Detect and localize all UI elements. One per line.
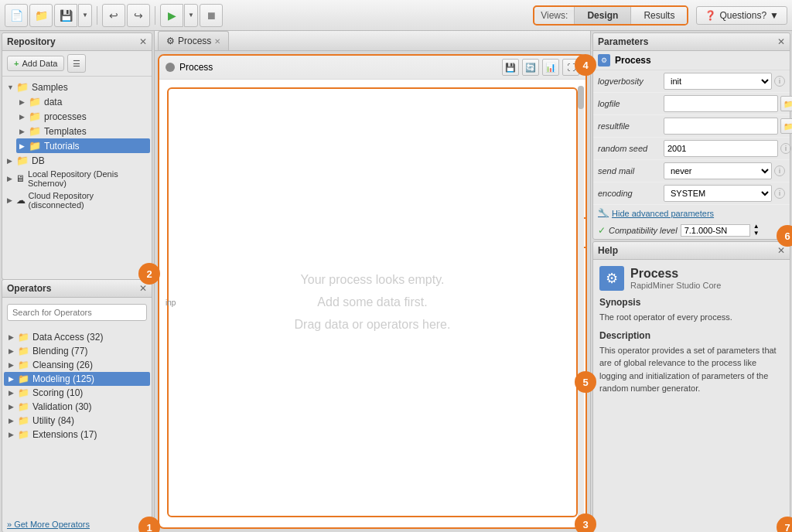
logfile-browse-button[interactable]: 📁	[780, 96, 792, 111]
compat-input[interactable]	[681, 224, 750, 237]
utility-arrow: ▶	[9, 417, 18, 425]
parameters-panel: Parameters ✕ ⚙ Process logverbosity init…	[592, 32, 790, 240]
op-item-cleansing[interactable]: ▶ 📁 Cleansing (26)	[4, 358, 150, 372]
processes-arrow: ▶	[19, 113, 29, 121]
canvas-expand-btn[interactable]: ⛶	[562, 59, 579, 76]
add-data-button[interactable]: + Add Data	[7, 56, 64, 71]
tree-item-data[interactable]: ▶ 📁 data	[16, 94, 150, 109]
tree-item-samples[interactable]: ▼ 📁 Samples	[4, 80, 150, 94]
tab-results[interactable]: Results	[630, 7, 687, 24]
validation-label: Validation (30)	[32, 401, 92, 412]
new-button[interactable]: 📄	[5, 4, 28, 27]
tutorials-arrow: ▶	[19, 142, 29, 150]
param-row-logfile: logfile 📁 i	[593, 93, 790, 115]
tree-item-db[interactable]: ▶ 📁 DB	[4, 153, 150, 168]
op-item-modeling[interactable]: ▶ 📁 Modeling (125)	[4, 372, 150, 386]
compat-stepper[interactable]: ▲ ▼	[753, 223, 760, 237]
op-item-extensions[interactable]: ▶ 📁 Extensions (17)	[4, 428, 150, 442]
process-canvas[interactable]: Process 💾 🔄 📊 ⛶ inp re	[158, 54, 587, 529]
encoding-select[interactable]: SYSTEM UTF-8	[664, 185, 772, 202]
help-process-info: Process RapidMiner Studio Core	[630, 267, 721, 290]
process-tab-bar: ⚙ Process ✕	[155, 31, 590, 51]
send-mail-label: send mail	[598, 166, 664, 176]
left-panel: Repository ✕ + Add Data ☰ ▼ 📁 Samples	[0, 31, 155, 532]
views-label: Views:	[534, 10, 574, 21]
random-seed-info[interactable]: i	[780, 143, 791, 154]
canvas-save-btn[interactable]: 💾	[502, 59, 519, 76]
resultfile-label: resultfile	[598, 121, 664, 131]
tree-item-local-repo[interactable]: ▶ 🖥 Local Repository (Denis Schernov)	[4, 168, 150, 189]
op-item-validation[interactable]: ▶ 📁 Validation (30)	[4, 400, 150, 414]
parameters-close-button[interactable]: ✕	[777, 36, 785, 47]
scoring-arrow: ▶	[9, 389, 18, 397]
process-tab-close[interactable]: ✕	[214, 37, 220, 46]
tree-item-tutorials[interactable]: ▶ 📁 Tutorials	[16, 138, 150, 153]
resultfile-input[interactable]	[664, 118, 778, 135]
random-seed-control: i	[664, 140, 791, 157]
save-button[interactable]: 💾	[54, 4, 77, 27]
canvas-scrollbar[interactable]	[578, 86, 584, 519]
op-item-scoring[interactable]: ▶ 📁 Scoring (10)	[4, 386, 150, 400]
data-access-label: Data Access (32)	[32, 332, 103, 343]
op-item-data-access[interactable]: ▶ 📁 Data Access (32)	[4, 330, 150, 344]
compat-check-icon: ✓	[598, 225, 606, 236]
search-input[interactable]	[7, 304, 147, 321]
tree-item-cloud-repo[interactable]: ▶ ☁ Cloud Repository (disconnected)	[4, 189, 150, 211]
logverbosity-info[interactable]: i	[774, 76, 785, 87]
tree-item-templates[interactable]: ▶ 📁 Templates	[16, 124, 150, 138]
compat-up[interactable]: ▲	[753, 223, 760, 230]
process-tab[interactable]: ⚙ Process ✕	[158, 31, 229, 50]
save-dropdown[interactable]: ▼	[78, 4, 92, 27]
op-item-utility[interactable]: ▶ 📁 Utility (84)	[4, 414, 150, 428]
repository-panel-wrapper: Repository ✕ + Add Data ☰ ▼ 📁 Samples	[0, 31, 154, 278]
db-arrow: ▶	[7, 157, 16, 165]
help-close-button[interactable]: ✕	[777, 245, 785, 256]
process-canvas-area: Process 💾 🔄 📊 ⛶ inp re	[155, 51, 590, 532]
validation-arrow: ▶	[9, 403, 18, 411]
run-dropdown[interactable]: ▼	[184, 4, 198, 27]
main-layout: Repository ✕ + Add Data ☰ ▼ 📁 Samples	[0, 31, 792, 532]
stop-button[interactable]: ⏹	[200, 4, 223, 27]
operators-title: Operators	[7, 283, 51, 294]
run-button[interactable]: ▶	[160, 4, 183, 27]
op-item-blending[interactable]: ▶ 📁 Blending (77)	[4, 344, 150, 358]
operators-close-button[interactable]: ✕	[139, 283, 147, 294]
redo-button[interactable]: ↪	[127, 4, 150, 27]
advanced-label: Hide advanced parameters	[612, 209, 714, 218]
help-title: Help	[598, 245, 618, 256]
advanced-params-link[interactable]: 🔧 Hide advanced parameters	[593, 205, 790, 221]
scoring-label: Scoring (10)	[32, 387, 83, 398]
undo-button[interactable]: ↩	[102, 4, 125, 27]
get-more-operators-link[interactable]: » Get More Operators	[2, 517, 152, 532]
question-icon: ❓	[705, 10, 716, 21]
send-mail-info[interactable]: i	[774, 165, 785, 176]
help-panel-wrapper: Help ✕ ⚙ Process RapidMiner Studio Core …	[591, 240, 792, 532]
samples-label: Samples	[32, 82, 68, 93]
canvas-scrollbar-thumb[interactable]	[578, 86, 584, 109]
tab-design[interactable]: Design	[574, 7, 630, 24]
process-status-dot	[166, 63, 175, 72]
resultfile-control: 📁 i	[664, 118, 792, 135]
encoding-info[interactable]: i	[774, 188, 785, 199]
logfile-input[interactable]	[664, 95, 778, 112]
sep1	[97, 6, 97, 25]
repository-close-button[interactable]: ✕	[139, 36, 147, 47]
canvas-refresh-btn[interactable]: 🔄	[522, 59, 539, 76]
tree-item-processes[interactable]: ▶ 📁 processes	[16, 109, 150, 124]
cleansing-arrow: ▶	[9, 361, 18, 369]
data-arrow: ▶	[19, 98, 29, 106]
compat-down[interactable]: ▼	[753, 230, 760, 237]
logverbosity-select[interactable]: init none all	[664, 73, 772, 90]
db-label: DB	[32, 155, 45, 166]
resultfile-browse-button[interactable]: 📁	[780, 118, 792, 134]
open-button[interactable]: 📁	[29, 4, 53, 27]
canvas-view-btn[interactable]: 📊	[542, 59, 559, 76]
send-mail-select[interactable]: never always on error	[664, 162, 772, 179]
center-panel: ⚙ Process ✕ Process 💾 🔄 �	[155, 31, 591, 532]
cleansing-icon: 📁	[18, 360, 29, 370]
canvas-header: Process 💾 🔄 📊 ⛶	[159, 56, 585, 80]
parameters-panel-header: Parameters ✕	[593, 33, 790, 51]
repo-menu-button[interactable]: ☰	[67, 54, 86, 73]
questions-button[interactable]: ❓ Questions? ▼	[696, 6, 787, 25]
random-seed-input[interactable]	[664, 140, 778, 157]
